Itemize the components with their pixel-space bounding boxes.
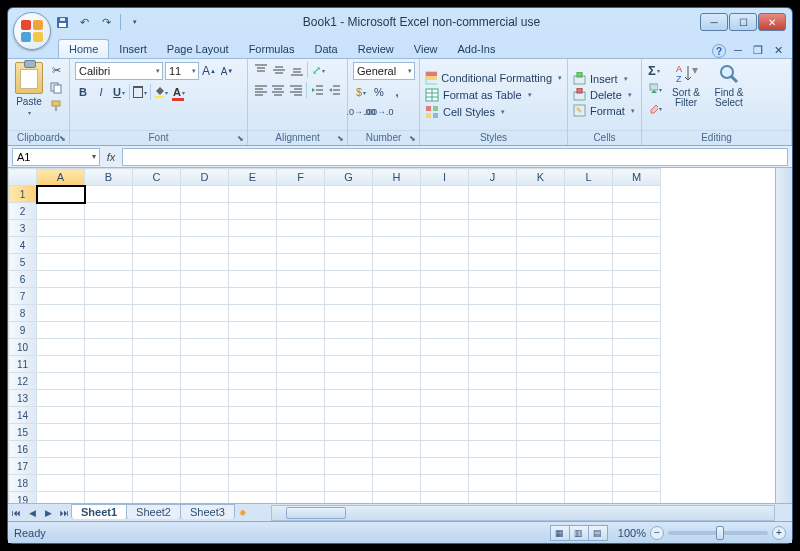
cell[interactable] [133,475,181,492]
cell[interactable] [85,424,133,441]
cell[interactable] [373,441,421,458]
cell[interactable] [469,254,517,271]
cell[interactable] [613,475,661,492]
column-header[interactable]: A [37,169,85,186]
cell[interactable] [181,203,229,220]
cell[interactable] [181,356,229,373]
cell[interactable] [421,390,469,407]
cell[interactable] [229,492,277,504]
close-button[interactable]: ✕ [758,13,786,31]
cell[interactable] [517,339,565,356]
name-box[interactable]: A1 [12,148,100,166]
cell[interactable] [325,237,373,254]
cell[interactable] [325,288,373,305]
cell[interactable] [37,322,85,339]
cell[interactable] [229,356,277,373]
cell[interactable] [181,424,229,441]
cell[interactable] [517,424,565,441]
cell[interactable] [613,254,661,271]
cell[interactable] [85,373,133,390]
column-header[interactable]: H [373,169,421,186]
cell[interactable] [373,305,421,322]
workbook-minimize-icon[interactable]: ─ [730,42,746,58]
office-button[interactable] [13,12,51,50]
zoom-slider[interactable] [668,531,768,535]
cell[interactable] [229,186,277,203]
cell[interactable] [469,475,517,492]
cell[interactable] [325,203,373,220]
cell[interactable] [277,424,325,441]
decrease-decimal-icon[interactable]: .00→.0 [371,104,387,120]
sheet-nav-first-icon[interactable]: ⏮ [8,505,24,521]
row-header[interactable]: 4 [9,237,37,254]
row-header[interactable]: 17 [9,458,37,475]
align-right-icon[interactable] [288,82,304,98]
cell[interactable] [37,271,85,288]
tab-data[interactable]: Data [304,40,347,58]
cell[interactable] [565,458,613,475]
cell[interactable] [469,305,517,322]
cell[interactable] [133,339,181,356]
column-header[interactable]: L [565,169,613,186]
cell[interactable] [613,390,661,407]
cell[interactable] [613,492,661,504]
column-header[interactable]: M [613,169,661,186]
workbook-close-icon[interactable]: ✕ [770,42,786,58]
copy-icon[interactable] [48,80,64,96]
cell[interactable] [277,254,325,271]
row-header[interactable]: 2 [9,203,37,220]
cell[interactable] [229,339,277,356]
cell[interactable] [37,305,85,322]
cell[interactable] [277,186,325,203]
cell[interactable] [469,424,517,441]
cell[interactable] [133,424,181,441]
cell[interactable] [277,339,325,356]
cell[interactable] [325,424,373,441]
cell[interactable] [133,356,181,373]
cell[interactable] [613,424,661,441]
row-header[interactable]: 19 [9,492,37,504]
cell[interactable] [181,407,229,424]
column-header[interactable]: C [133,169,181,186]
cell[interactable] [181,322,229,339]
cell[interactable] [613,373,661,390]
help-icon[interactable]: ? [712,44,726,58]
cell[interactable] [181,492,229,504]
tab-home[interactable]: Home [58,39,109,58]
cell[interactable] [469,441,517,458]
borders-button[interactable] [132,84,148,100]
row-header[interactable]: 11 [9,356,37,373]
fill-button[interactable] [647,81,663,97]
row-header[interactable]: 9 [9,322,37,339]
cell[interactable] [181,373,229,390]
page-break-view-icon[interactable]: ▤ [588,525,608,541]
cell[interactable] [421,186,469,203]
cell[interactable] [565,322,613,339]
cell[interactable] [277,288,325,305]
align-left-icon[interactable] [253,82,269,98]
cell[interactable] [85,458,133,475]
cell[interactable] [133,237,181,254]
cell[interactable] [373,475,421,492]
cell[interactable] [421,373,469,390]
row-header[interactable]: 13 [9,390,37,407]
cell[interactable] [325,390,373,407]
cell[interactable] [277,407,325,424]
cell[interactable] [181,237,229,254]
minimize-button[interactable]: ─ [700,13,728,31]
format-as-table-button[interactable]: Format as Table [425,88,562,102]
cell[interactable] [373,254,421,271]
column-header[interactable]: B [85,169,133,186]
cell[interactable] [85,288,133,305]
cell[interactable] [469,237,517,254]
cell[interactable] [277,203,325,220]
row-header[interactable]: 5 [9,254,37,271]
cell[interactable] [565,390,613,407]
cell[interactable] [229,271,277,288]
cell[interactable] [613,237,661,254]
cut-icon[interactable]: ✂ [48,62,64,78]
cell[interactable] [277,305,325,322]
cell[interactable] [613,186,661,203]
qat-customize-icon[interactable]: ▾ [127,14,143,30]
paste-button[interactable]: Paste ▾ [13,62,45,127]
